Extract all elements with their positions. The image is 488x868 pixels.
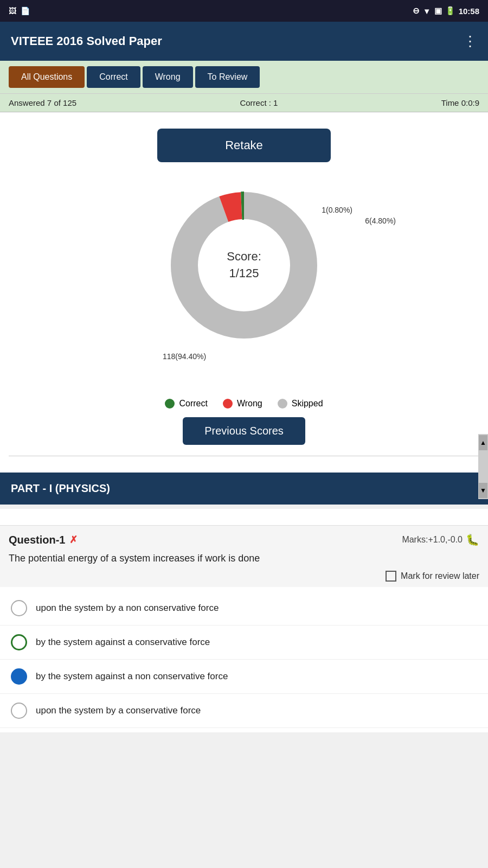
wrong-legend-label: Wrong (237, 399, 262, 409)
radio-b-inner (16, 639, 22, 646)
scroll-up-arrow[interactable]: ▲ (479, 435, 487, 450)
tab-all-questions[interactable]: All Questions (9, 66, 85, 88)
option-b[interactable]: by the system against a conservative for… (0, 626, 488, 660)
mark-review-label: Mark for review later (401, 571, 479, 581)
chart-area: Score: 1/125 1(0.80%) 6(4.80%) 118(94.40… (9, 173, 479, 390)
radio-a (11, 600, 27, 616)
sim-icon: ▣ (434, 6, 442, 16)
marks-text: Marks:+1.0,-0.0 (402, 535, 463, 545)
correct-count: Correct : 1 (240, 98, 278, 107)
skipped-dot (278, 399, 287, 409)
main-content: Retake Score: 1/125 1( (0, 112, 488, 473)
tab-to-review[interactable]: To Review (195, 66, 260, 88)
question-number: Question-1 (9, 534, 65, 546)
chart-legend: Correct Wrong Skipped (9, 399, 479, 409)
score-value: 1/125 (227, 265, 261, 282)
option-b-text: by the system against a conservative for… (36, 637, 210, 648)
file-icon: 📄 (21, 7, 30, 15)
mark-review-container: Mark for review later (0, 571, 488, 587)
score-center: Score: 1/125 (227, 248, 261, 282)
status-bar: 🖼 📄 ⊖ ▼ ▣ 🔋 10:58 (0, 0, 488, 22)
tab-wrong[interactable]: Wrong (143, 66, 193, 88)
menu-button[interactable]: ⋮ (463, 33, 477, 50)
wrong-mark-icon: ✗ (69, 534, 78, 546)
divider (9, 456, 479, 456)
donut-chart: Score: 1/125 (152, 173, 336, 358)
scroll-down-arrow[interactable]: ▼ (479, 483, 487, 498)
minus-icon: ⊖ (413, 6, 420, 16)
tab-bar: All Questions Correct Wrong To Review (0, 61, 488, 94)
wifi-icon: ▼ (423, 7, 431, 16)
option-d-text: upon the system by a conservative force (36, 705, 201, 716)
status-right: ⊖ ▼ ▣ 🔋 10:58 (413, 6, 479, 16)
app-title: VITEEE 2016 Solved Paper (11, 34, 162, 48)
options-list: upon the system by a non conservative fo… (0, 587, 488, 732)
correct-legend-label: Correct (179, 399, 207, 409)
wrong-dot (223, 399, 233, 409)
scroll-bar: ▲ ▼ (478, 434, 488, 499)
option-d[interactable]: upon the system by a conservative force (0, 694, 488, 728)
chart-labels: 1(0.80%) 6(4.80%) 118(94.40%) (152, 358, 336, 390)
spacer (0, 509, 488, 525)
question-section: Question-1 ✗ Marks:+1.0,-0.0 🐛 The poten… (0, 525, 488, 587)
correct-label: 1(0.80%) (322, 206, 352, 214)
question-header: Question-1 ✗ Marks:+1.0,-0.0 🐛 (0, 526, 488, 551)
image-icon: 🖼 (9, 7, 16, 15)
mark-review-checkbox[interactable] (386, 571, 396, 582)
wrong-label: 6(4.80%) (365, 216, 396, 225)
retake-button[interactable]: Retake (157, 129, 331, 162)
battery-icon: 🔋 (445, 6, 455, 16)
legend-correct: Correct (165, 399, 207, 409)
option-c[interactable]: by the system against a non conservative… (0, 660, 488, 694)
time-display: Time 0:0:9 (441, 98, 479, 107)
legend-skipped: Skipped (278, 399, 323, 409)
skipped-legend-label: Skipped (292, 399, 323, 409)
legend-wrong: Wrong (223, 399, 262, 409)
part-header: PART - I (PHYSICS) (0, 473, 488, 505)
option-a-text: upon the system by a non conservative fo… (36, 603, 219, 614)
option-c-text: by the system against a non conservative… (36, 671, 228, 682)
app-bar: VITEEE 2016 Solved Paper ⋮ (0, 22, 488, 61)
question-title: Question-1 ✗ (9, 534, 78, 546)
radio-c (11, 668, 27, 685)
question-marks: Marks:+1.0,-0.0 🐛 (402, 533, 479, 546)
stats-bar: Answered 7 of 125 Correct : 1 Time 0:0:9 (0, 94, 488, 112)
radio-b (11, 634, 27, 650)
tab-correct[interactable]: Correct (87, 66, 140, 88)
radio-d (11, 703, 27, 719)
question-text: The potential energy of a system increas… (0, 551, 488, 571)
previous-scores-button[interactable]: Previous Scores (183, 417, 305, 445)
status-icons: 🖼 📄 (9, 7, 30, 15)
option-a[interactable]: upon the system by a non conservative fo… (0, 591, 488, 626)
answered-count: Answered 7 of 125 (9, 98, 76, 107)
correct-dot (165, 399, 175, 409)
skipped-label: 118(94.40%) (163, 352, 206, 361)
bug-icon[interactable]: 🐛 (466, 533, 479, 546)
score-label: Score: (227, 248, 261, 265)
clock: 10:58 (459, 7, 479, 16)
